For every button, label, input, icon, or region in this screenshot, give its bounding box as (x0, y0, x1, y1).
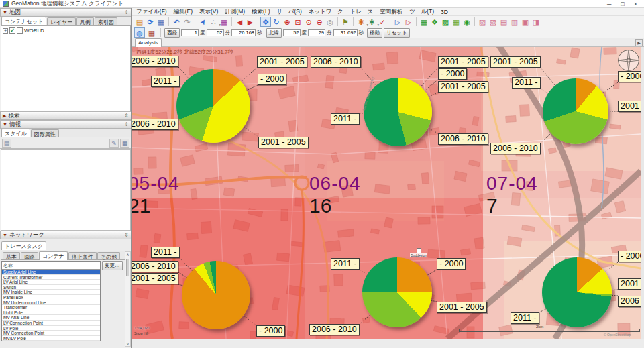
tab-analysis[interactable]: Analysis (135, 38, 162, 47)
rotate-view-button[interactable]: ↻ (271, 17, 282, 27)
pie-callout-label[interactable]: 2006 - 2010 (618, 296, 641, 307)
pie-callout-label[interactable]: 2001 - 2005 (257, 56, 307, 68)
north-deg-input[interactable] (283, 29, 301, 36)
menu-item-4[interactable]: 検索(L) (252, 8, 270, 16)
pie-callout-label[interactable]: - 2000 (437, 258, 466, 270)
pie-callout-label[interactable]: 2006 - 2010 (490, 143, 541, 154)
info-tab-1[interactable]: 図形属性 (31, 129, 59, 137)
network-tab-4[interactable]: その他 (97, 252, 120, 259)
pie-callout-label[interactable]: - 2000 (258, 74, 286, 85)
list-item[interactable]: MV/LV Pole (2, 336, 100, 341)
change-button[interactable]: 変更… (102, 261, 123, 270)
list-item[interactable]: Light Pole (2, 310, 100, 316)
pie-callout-label[interactable]: 2011 - (331, 113, 360, 125)
pie-chart-5[interactable] (362, 257, 432, 327)
pie-callout-label[interactable]: 2001 - 2005 (258, 137, 309, 148)
redo-button[interactable]: ↷ (182, 17, 193, 27)
network-tab-2[interactable]: コンテナ (39, 251, 68, 260)
menu-item-6[interactable]: ネットワーク (309, 8, 343, 16)
list-item[interactable]: Switch (2, 285, 100, 290)
list-item[interactable]: MV Arial Line (2, 315, 100, 321)
dock-pin-icon[interactable]: ⇕ (124, 232, 129, 238)
zoom-full-button[interactable]: ◎ (325, 17, 335, 27)
pie-callout-label[interactable]: 2006 - 2010 (132, 119, 178, 130)
list-item[interactable]: Transformer (2, 305, 100, 310)
mesh-coordinate-toggle[interactable]: ▦ (146, 27, 157, 38)
north-sec-input[interactable] (333, 29, 358, 36)
pie-callout-label[interactable]: 2011 - (511, 312, 539, 324)
zoom-out-button[interactable]: ⊖ (314, 17, 325, 27)
west-deg-input[interactable] (181, 29, 199, 36)
undo-button[interactable]: ↶ (171, 17, 182, 27)
network-panel-header[interactable]: ▼ ネットワーク ⇕ (0, 231, 131, 239)
pie-callout-label[interactable]: 2001 - 2005 (490, 56, 541, 68)
scroll-up-icon[interactable]: ∧ (126, 253, 129, 257)
edit-style-button[interactable]: ✎ (109, 139, 119, 148)
scrollbar-thumb[interactable] (126, 259, 129, 276)
menu-item-10[interactable]: 3D (441, 9, 448, 15)
list-item[interactable]: LV Arial Line (2, 280, 100, 285)
menu-item-7[interactable]: トレース (350, 8, 374, 16)
run-analysis-button[interactable]: ▷ (403, 17, 414, 27)
pie-callout-label[interactable]: 2011 - (512, 77, 541, 89)
polygon-split-button[interactable]: ▥ (509, 17, 520, 27)
pie-callout-label[interactable]: 2001 - 2005 (618, 101, 641, 112)
geo-coordinate-toggle[interactable]: ◍ (134, 27, 145, 38)
pie-chart-6[interactable] (542, 257, 612, 327)
list-item[interactable]: Panel Box (2, 295, 100, 300)
pie-chart-1[interactable] (176, 69, 250, 143)
polygon-paste-button[interactable]: ◨ (531, 17, 541, 27)
tree-expand-icon[interactable]: + (3, 28, 8, 34)
prev-extent-button[interactable]: ◀ (234, 17, 245, 27)
mesh-add-button[interactable]: ▦ (419, 17, 429, 27)
dock-pin-icon[interactable]: ⇕ (124, 9, 129, 15)
pie-chart-3[interactable] (543, 78, 608, 144)
polygon-move-button[interactable]: ▨ (488, 17, 498, 27)
menu-item-2[interactable]: 表示(V) (199, 8, 218, 16)
polygon-merge-button[interactable]: ▤ (498, 17, 509, 27)
run-trace-button[interactable]: ▷ (392, 17, 403, 27)
pie-callout-label[interactable]: - 2000 (256, 325, 285, 337)
scroll-down-icon[interactable]: ∨ (125, 341, 130, 346)
map-tab-3[interactable]: 索引図 (95, 17, 117, 25)
attribute-table-button[interactable]: ▦ (120, 139, 129, 148)
move-button[interactable]: 移動 (367, 28, 382, 38)
dock-pin-icon[interactable]: ⇕ (124, 121, 129, 127)
network-tab-3[interactable]: 停止条件 (68, 252, 97, 259)
west-min-input[interactable] (207, 29, 224, 36)
pan-button[interactable]: ✥ (260, 17, 271, 27)
map-viewport[interactable]: 05-042106-041607-047 2006 - 20102001 - 2… (132, 47, 641, 339)
trace-task-tab[interactable]: トレースタスク (1, 241, 46, 250)
tree-item-world[interactable]: + ✓ ✓ WORLD (3, 27, 129, 34)
pie-callout-label[interactable]: - 2000 (618, 71, 641, 82)
area-select-button[interactable]: ▦ (219, 17, 229, 27)
pie-callout-label[interactable]: 2001 - 2005 (438, 56, 488, 68)
mesh-circle-button[interactable]: ◉ (462, 17, 472, 27)
menu-item-5[interactable]: サーバ(S) (276, 8, 301, 16)
zoom-window-button[interactable]: ⊡ (292, 17, 303, 27)
list-item[interactable]: MV Connection Point (2, 331, 100, 336)
tab-scroll-right-button[interactable]: ▶ (635, 39, 643, 46)
maximize-button[interactable]: □ (621, 1, 624, 7)
pie-callout-label[interactable]: 2001 - 2005 (618, 278, 641, 290)
mesh-move-button[interactable]: ❖ (429, 17, 440, 27)
network-scrollbar[interactable]: ∧ ∨ (125, 251, 131, 347)
selection-checkbox[interactable]: ✓ (17, 27, 23, 34)
list-item[interactable]: Supply Arial Line (2, 270, 100, 275)
polygon-add-button[interactable]: ▧ (477, 17, 488, 27)
menu-item-9[interactable]: ツール(T) (409, 8, 434, 16)
north-min-input[interactable] (308, 29, 325, 36)
search-panel-header[interactable]: ▶ 検索 ⇕ (0, 111, 131, 120)
menu-item-8[interactable]: 空間解析 (380, 8, 402, 16)
map-panel-header[interactable]: ▼ 地図 ⇕ (0, 8, 131, 17)
pie-chart-2[interactable] (364, 78, 432, 146)
pie-callout-label[interactable]: 2006 - 2010 (309, 324, 360, 335)
west-longitude-button[interactable]: 西経 (164, 28, 180, 38)
pie-callout-label[interactable]: 2001 - 2005 (438, 81, 488, 93)
reset-button[interactable]: リセット (384, 28, 410, 38)
info-panel-header[interactable]: ▼ 情報 ⇕ (0, 120, 131, 129)
pie-callout-label[interactable]: - 2000 (438, 68, 467, 80)
pie-callout-label[interactable]: 2011 - (151, 247, 180, 258)
vertex-select-button[interactable]: ∴▾ (208, 17, 219, 27)
trace-flag-button[interactable]: ✓ (377, 17, 388, 27)
